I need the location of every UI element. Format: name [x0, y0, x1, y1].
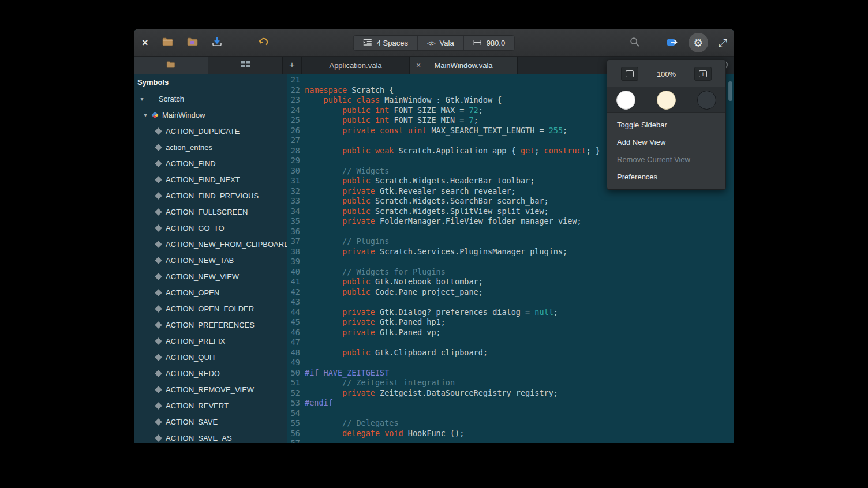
settings-menu-button[interactable]: ⚙ — [689, 33, 708, 52]
tree-item-scratch[interactable]: ▾Scratch — [134, 91, 287, 107]
theme-dark-button[interactable] — [697, 91, 716, 110]
tree-item-label: ACTION_OPEN — [166, 288, 219, 297]
tree-item-action-find-previous[interactable]: ACTION_FIND_PREVIOUS — [134, 187, 287, 204]
symbol-icon-slot — [154, 419, 163, 425]
zoom-in-button[interactable]: + — [694, 67, 712, 81]
code-line-53[interactable]: 53#endif — [287, 398, 734, 408]
tree-item-action-save-as[interactable]: ACTION_SAVE_AS — [134, 430, 287, 443]
tree-item-action-duplicate[interactable]: ACTION_DUPLICATE — [134, 123, 287, 139]
tree-item-mainwindow[interactable]: ▾MainWindow — [134, 107, 287, 123]
code-line-44[interactable]: 44 private Gtk.Dialog? preferences_dialo… — [287, 307, 734, 318]
menu-item-toggle-sidebar[interactable]: Toggle Sidebar — [607, 117, 725, 134]
tree-item-action-save[interactable]: ACTION_SAVE — [134, 414, 287, 430]
code-line-49[interactable]: 49 — [287, 358, 734, 368]
code-line-52[interactable]: 52 private Zeitgeist.DataSourceRegistry … — [287, 388, 734, 399]
line-number: 29 — [287, 156, 300, 166]
tree-item-action-prefix[interactable]: ACTION_PREFIX — [134, 333, 287, 349]
code-line-39[interactable]: 39 — [287, 257, 734, 267]
code-line-37[interactable]: 37 // Plugins — [287, 237, 734, 247]
tree-item-action-remove-view[interactable]: ACTION_REMOVE_VIEW — [134, 381, 287, 397]
theme-sepia-button[interactable] — [657, 91, 676, 110]
window-close-button[interactable]: × — [142, 37, 148, 48]
code-line-35[interactable]: 35 private FolderManager.FileView folder… — [287, 216, 734, 227]
code-line-36[interactable]: 36 — [287, 227, 734, 237]
code-line-48[interactable]: 48 public Gtk.Clipboard clipboard; — [287, 348, 734, 358]
tree-item-action-new-view[interactable]: ACTION_NEW_VIEW — [134, 268, 287, 284]
files-view-button[interactable] — [134, 57, 208, 74]
code-line-text — [300, 75, 305, 85]
tree-item-label: ACTION_SAVE — [166, 418, 218, 426]
code-line-45[interactable]: 45 private Gtk.Paned hp1; — [287, 317, 734, 328]
code-line-57[interactable]: 57 — [287, 438, 734, 443]
tab-mainwindow-vala[interactable]: × MainWindow.vala — [410, 57, 518, 74]
tab-close-icon[interactable]: × — [416, 61, 421, 69]
code-line-41[interactable]: 41 public Gtk.Notebook bottombar; — [287, 277, 734, 287]
code-line-46[interactable]: 46 private Gtk.Paned vp; — [287, 328, 734, 338]
line-number: 24 — [287, 106, 300, 116]
open-file-button[interactable] — [162, 37, 173, 48]
code-line-33[interactable]: 33 public Scratch.Widgets.SearchBar sear… — [287, 196, 734, 207]
revert-button[interactable] — [258, 37, 268, 48]
code-line-text — [300, 257, 305, 267]
save-button[interactable] — [212, 37, 222, 48]
settings-menu-items: Toggle SidebarAdd New ViewRemove Current… — [607, 117, 725, 186]
open-project-button[interactable] — [187, 37, 198, 48]
tree-item-action-find-next[interactable]: ACTION_FIND_NEXT — [134, 171, 287, 187]
goto-line-button[interactable]: 980.0 — [464, 36, 515, 50]
tree-item-label: ACTION_OPEN_FOLDER — [166, 305, 254, 313]
symbol-icon-slot — [154, 193, 163, 198]
tree-item-action-entries[interactable]: action_entries — [134, 139, 287, 155]
zoom-out-button[interactable]: − — [621, 67, 638, 81]
code-line-50[interactable]: 50#if HAVE_ZEITGEIST — [287, 368, 734, 378]
editor-scrollbar[interactable] — [728, 81, 732, 101]
code-line-56[interactable]: 56 delegate void HookFunc (); — [287, 429, 734, 439]
tree-item-label: ACTION_PREFIX — [166, 337, 225, 346]
code-line-47[interactable]: 47 — [287, 337, 734, 348]
new-tab-button[interactable]: + — [283, 57, 302, 74]
tree-item-label: ACTION_NEW_FROM_CLIPBOARD — [166, 240, 287, 249]
code-line-55[interactable]: 55 // Delegates — [287, 418, 734, 429]
theme-light-button[interactable] — [616, 91, 635, 110]
tree-item-action-redo[interactable]: ACTION_REDO — [134, 365, 287, 381]
fullscreen-button[interactable]: ⤢ — [719, 37, 727, 48]
tree-item-action-preferences[interactable]: ACTION_PREFERENCES — [134, 317, 287, 333]
tree-item-label: MainWindow — [162, 111, 205, 119]
menu-item-preferences[interactable]: Preferences — [607, 168, 725, 186]
chevron-down-icon[interactable]: ▾ — [137, 96, 147, 102]
code-line-38[interactable]: 38 private Scratch.Services.PluginsManag… — [287, 247, 734, 257]
line-number: 45 — [287, 317, 300, 328]
language-button[interactable]: </> Vala — [418, 36, 464, 50]
line-number: 37 — [287, 237, 300, 247]
tree-item-action-find[interactable]: ACTION_FIND — [134, 155, 287, 171]
document-settings-group: 4 Spaces </> Vala 980.0 — [353, 35, 515, 51]
symbols-view-button[interactable] — [208, 57, 282, 74]
tree-item-action-go-to[interactable]: ACTION_GO_TO — [134, 220, 287, 236]
tab-application-vala[interactable]: Application.vala — [302, 57, 410, 74]
line-number: 31 — [287, 176, 300, 186]
tree-item-action-open-folder[interactable]: ACTION_OPEN_FOLDER — [134, 301, 287, 317]
code-line-40[interactable]: 40 // Widgets for Plugins — [287, 267, 734, 277]
indent-width-button[interactable]: 4 Spaces — [354, 36, 418, 50]
tree-item-action-revert[interactable]: ACTION_REVERT — [134, 397, 287, 414]
revert-icon — [258, 37, 268, 48]
tree-item-action-new-from-clipboard[interactable]: ACTION_NEW_FROM_CLIPBOARD — [134, 236, 287, 252]
code-line-34[interactable]: 34 public Scratch.Widgets.SplitView spli… — [287, 207, 734, 217]
tree-item-action-open[interactable]: ACTION_OPEN — [134, 284, 287, 301]
search-button[interactable] — [630, 37, 640, 49]
code-line-42[interactable]: 42 public Code.Pane project_pane; — [287, 287, 734, 298]
code-line-54[interactable]: 54 — [287, 408, 734, 419]
tree-item-action-new-tab[interactable]: ACTION_NEW_TAB — [134, 252, 287, 268]
share-button[interactable] — [667, 37, 678, 48]
tree-item-action-fullscreen[interactable]: ACTION_FULLSCREEN — [134, 204, 287, 220]
save-icon — [212, 37, 222, 48]
line-number: 21 — [287, 75, 300, 85]
symbol-icon-slot — [154, 306, 163, 311]
symbol-icon-slot — [154, 258, 163, 263]
code-line-text — [300, 358, 305, 368]
code-line-43[interactable]: 43 — [287, 297, 734, 307]
tree-item-action-quit[interactable]: ACTION_QUIT — [134, 349, 287, 365]
code-line-51[interactable]: 51 // Zeitgeist integration — [287, 378, 734, 388]
menu-item-add-new-view[interactable]: Add New View — [607, 134, 725, 151]
symbols-sidebar: Symbols ▾Scratch▾MainWindowACTION_DUPLIC… — [134, 74, 287, 443]
chevron-down-icon[interactable]: ▾ — [141, 112, 150, 118]
